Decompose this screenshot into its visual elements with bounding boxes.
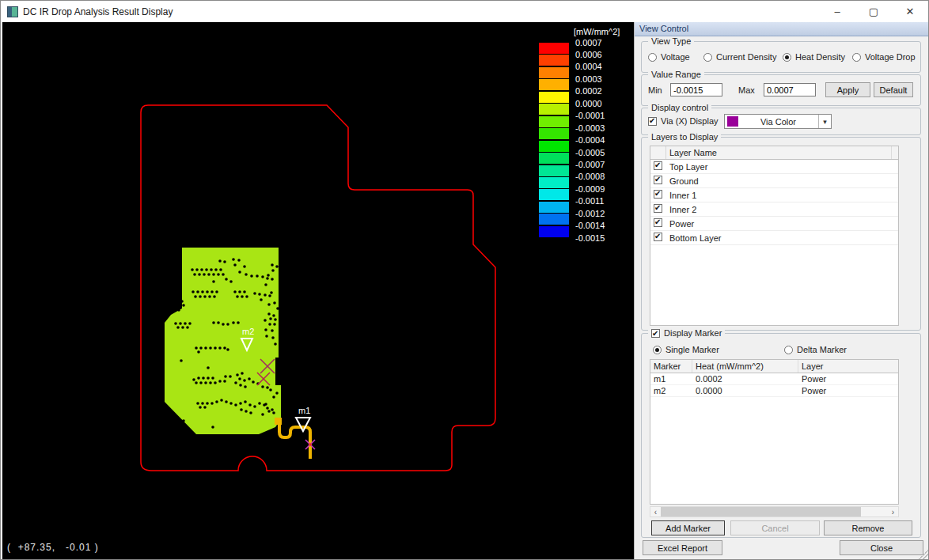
via-dot	[273, 323, 276, 326]
maximize-button[interactable]: ▢	[855, 1, 892, 22]
marker-row-m2[interactable]: m20.0000Power	[650, 385, 898, 397]
via-dot	[204, 381, 207, 384]
via-dot	[269, 317, 272, 320]
default-button[interactable]: Default	[874, 82, 913, 97]
cancel-button[interactable]: Cancel	[730, 520, 820, 535]
scrollbar-track[interactable]	[661, 507, 888, 516]
via-dot	[214, 268, 218, 271]
via-dot	[211, 426, 214, 429]
via-dot	[176, 326, 180, 329]
scroll-right-icon[interactable]: ›	[888, 508, 898, 516]
layer-checkbox[interactable]	[654, 218, 662, 227]
via-dot	[226, 348, 229, 351]
via-dot	[236, 373, 239, 376]
radio-circle[interactable]	[852, 53, 861, 62]
radio-circle[interactable]	[783, 53, 791, 62]
via-dot	[220, 399, 223, 402]
layer-row-top-layer[interactable]: Top Layer	[650, 160, 898, 174]
layers-table[interactable]: Layer Name Top LayerGroundInner 1Inner 2…	[650, 146, 899, 326]
via-dot	[252, 380, 255, 384]
via-display-checkbox-box[interactable]	[648, 117, 657, 126]
radio-circle[interactable]	[703, 53, 712, 62]
scroll-left-icon[interactable]: ‹	[650, 508, 661, 516]
remove-button[interactable]: Remove	[824, 520, 912, 535]
view-type-radio-voltage-drop[interactable]: Voltage Drop	[852, 52, 916, 62]
legend-swatch	[539, 177, 569, 188]
via-color-swatch	[727, 116, 738, 127]
layer-name: Power	[666, 218, 898, 230]
layer-checkbox[interactable]	[654, 233, 662, 241]
layer-row-power[interactable]: Power	[650, 217, 898, 231]
view-type-radio-current-density[interactable]: Current Density	[703, 52, 776, 62]
delta-marker-radio-circle[interactable]	[784, 346, 793, 354]
display-marker-toggle[interactable]: Display Marker	[648, 328, 725, 339]
layer-row-ground[interactable]: Ground	[650, 174, 898, 188]
marker-row-m1[interactable]: m10.0002Power	[650, 373, 898, 385]
apply-button[interactable]: Apply	[825, 82, 870, 97]
radio-circle[interactable]	[648, 53, 657, 62]
via-dot	[198, 273, 201, 276]
via-dot	[207, 273, 210, 276]
marker-table-hscrollbar[interactable]: ‹ ›	[650, 506, 899, 517]
max-input[interactable]	[764, 83, 816, 96]
single-marker-radio-circle[interactable]	[653, 346, 662, 354]
via-dot	[212, 280, 215, 283]
legend-swatch	[539, 104, 569, 115]
via-dot	[214, 381, 217, 384]
minimize-button[interactable]: –	[819, 1, 855, 22]
min-input[interactable]	[670, 83, 722, 96]
layer-checkbox[interactable]	[654, 176, 662, 184]
via-dot	[212, 273, 215, 276]
via-dot	[205, 268, 208, 271]
single-marker-radio[interactable]: Single Marker	[653, 345, 719, 354]
layer-checkbox[interactable]	[654, 204, 662, 213]
single-marker-label: Single Marker	[665, 345, 719, 354]
layers-group: Layers to Display Layer Name Top LayerGr…	[641, 137, 921, 331]
delta-marker-radio[interactable]: Delta Marker	[784, 345, 847, 354]
via-dot	[237, 259, 241, 262]
resize-grip[interactable]	[919, 550, 928, 559]
layer-row-bottom-layer[interactable]: Bottom Layer	[650, 231, 898, 245]
via-dot	[207, 366, 210, 369]
legend-swatch	[539, 116, 569, 127]
via-dot	[223, 260, 226, 263]
via-dot	[260, 298, 263, 301]
via-dot	[264, 283, 267, 286]
legend-swatch	[539, 153, 569, 164]
via-dot	[266, 386, 269, 389]
close-button[interactable]: Close	[840, 540, 923, 555]
via-dot	[264, 319, 267, 322]
via-dot	[201, 402, 204, 405]
legend-swatch	[539, 92, 569, 103]
via-dot	[274, 342, 277, 346]
marker-table[interactable]: MarkerHeat (mW/mm^2)Layer m10.0002Powerm…	[650, 359, 899, 505]
via-dot	[177, 308, 180, 312]
view-type-radio-voltage[interactable]: Voltage	[648, 52, 690, 62]
layer-row-inner-1[interactable]: Inner 1	[650, 188, 898, 202]
layer-checkbox[interactable]	[654, 190, 662, 199]
excel-report-button[interactable]: Excel Report	[643, 540, 722, 555]
via-dot	[180, 359, 183, 362]
add-marker-button[interactable]: Add Marker	[651, 520, 725, 535]
via-dot	[272, 314, 275, 317]
via-display-checkbox[interactable]: Via (X) Display	[648, 116, 719, 126]
layer-row-inner-2[interactable]: Inner 2	[650, 202, 898, 217]
via-dot	[224, 375, 227, 378]
via-dot	[188, 322, 191, 325]
via-dot	[250, 274, 253, 278]
via-dot	[264, 328, 267, 331]
via-color-combo[interactable]: Via Color ▾	[724, 114, 832, 129]
via-dot	[258, 293, 261, 296]
layer-checkbox[interactable]	[654, 161, 662, 170]
via-dot	[239, 402, 242, 405]
display-marker-checkbox-box[interactable]	[651, 329, 660, 338]
via-dot	[203, 406, 207, 409]
chevron-down-icon[interactable]: ▾	[818, 115, 831, 128]
scrollbar-thumb[interactable]	[661, 507, 861, 516]
via-dot	[196, 290, 199, 293]
view-type-radio-heat-density[interactable]: Heat Density	[783, 52, 845, 62]
via-dot	[249, 411, 252, 414]
close-button[interactable]: ✕	[892, 1, 928, 22]
via-dot	[207, 376, 210, 380]
pcb-canvas[interactable]: m1m2 [mW/mm^2] 0.00070.00060.00040.00030…	[2, 22, 634, 560]
